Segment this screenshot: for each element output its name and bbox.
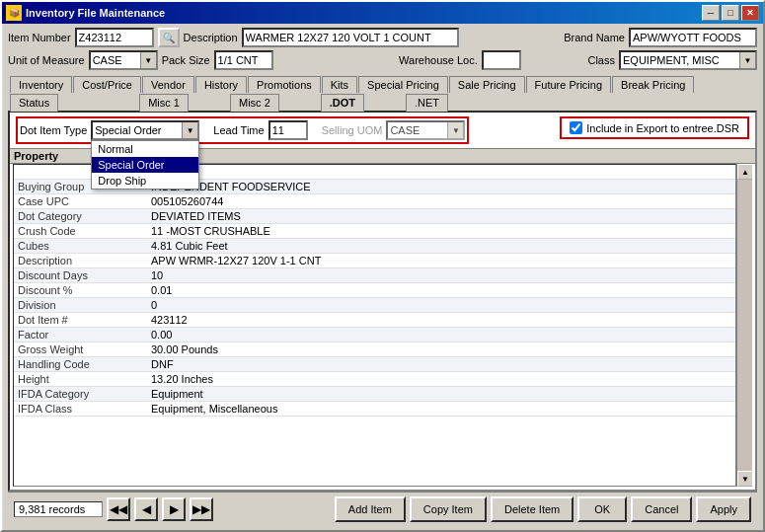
nav-first-btn[interactable]: ◀◀ xyxy=(107,497,130,521)
nav-next-btn[interactable]: ▶ xyxy=(162,497,186,521)
table-row: Discount %0.01 xyxy=(14,283,735,298)
tab-break-pricing[interactable]: Break Pricing xyxy=(612,76,694,93)
add-item-button[interactable]: Add Item xyxy=(335,496,406,522)
cell-property: Discount % xyxy=(14,283,147,298)
tab-cost-price[interactable]: Cost/Price xyxy=(73,76,141,93)
cell-property: IFDA Category xyxy=(14,387,147,402)
selling-uom-arrow[interactable]: ▼ xyxy=(447,122,463,138)
table-row: Dot CategoryDEVIATED ITEMS xyxy=(14,209,735,224)
class-value: EQUIPMENT, MISC xyxy=(621,54,739,66)
brand-name-label: Brand Name xyxy=(564,32,625,43)
cell-property: Cubes xyxy=(14,239,147,254)
description-input[interactable] xyxy=(242,28,459,47)
cell-value: Equipment, Miscellaneous xyxy=(147,402,735,417)
class-combo[interactable]: EQUIPMENT, MISC ▼ xyxy=(619,50,757,70)
cell-property: Height xyxy=(14,372,147,387)
tab-misc1[interactable]: Misc 1 xyxy=(139,94,189,112)
uom-combo[interactable]: CASE ▼ xyxy=(89,50,158,70)
cell-value: 005105260744 xyxy=(147,194,735,209)
tab-status[interactable]: Status xyxy=(10,94,58,112)
bottom-bar: 9,381 records ◀◀ ◀ ▶ ▶▶ Add Item Copy It… xyxy=(8,492,757,526)
tab-net[interactable]: .NET xyxy=(406,94,448,112)
item-number-input[interactable] xyxy=(75,28,154,47)
nav-last-btn[interactable]: ▶▶ xyxy=(190,497,213,521)
cell-value: 13.20 Inches xyxy=(147,372,735,387)
nav-prev-btn[interactable]: ◀ xyxy=(134,497,158,521)
scrollbar-track xyxy=(737,180,752,471)
cell-property: Dot Item # xyxy=(14,313,147,328)
table-row: Cubes4.81 Cubic Feet xyxy=(14,239,735,254)
cell-value: 423112 xyxy=(147,313,735,328)
tab-vendor[interactable]: Vendor xyxy=(142,76,194,93)
tab-kits[interactable]: Kits xyxy=(322,76,357,93)
cell-value: INDEPENDENT FOODSERVICE xyxy=(147,180,735,194)
main-window: 📦 Inventory File Maintenance ─ □ ✕ Item … xyxy=(0,0,765,532)
export-checkbox-section: Include in Export to entree.DSR xyxy=(560,116,749,139)
uom-value: CASE xyxy=(91,54,140,66)
search-button[interactable]: 🔍 xyxy=(158,28,180,47)
cell-value: 10 xyxy=(147,268,735,283)
pack-size-input[interactable] xyxy=(214,50,273,70)
dropdown-option-special-order[interactable]: Special Order xyxy=(92,157,198,173)
cell-property: Gross Weight xyxy=(14,342,147,357)
dot-section: Dot Item Type Special Order ▼ Normal Spe… xyxy=(10,113,755,148)
cell-value: 4.81 Cubic Feet xyxy=(147,239,735,254)
tab-sale-pricing[interactable]: Sale Pricing xyxy=(449,76,525,93)
tab-inventory[interactable]: Inventory xyxy=(10,76,72,93)
table-row: Division0 xyxy=(14,298,735,313)
tab-misc2[interactable]: Misc 2 xyxy=(230,94,279,112)
dropdown-option-drop-ship[interactable]: Drop Ship xyxy=(92,173,198,189)
copy-item-button[interactable]: Copy Item xyxy=(410,496,487,522)
window-content: Item Number 🔍 Description Brand Name Uni… xyxy=(2,24,763,530)
delete-item-button[interactable]: Delete Item xyxy=(491,496,574,522)
uom-label: Unit of Measure xyxy=(8,54,85,66)
records-display: 9,381 records xyxy=(14,501,103,517)
dot-item-type-combo[interactable]: Special Order ▼ xyxy=(91,120,199,140)
cell-property: Crush Code xyxy=(14,224,147,239)
dot-item-type-dropdown: Normal Special Order Drop Ship xyxy=(91,140,199,190)
selling-uom-label: Selling UOM xyxy=(322,124,383,136)
table-row: IFDA ClassEquipment, Miscellaneous xyxy=(14,402,735,417)
grid-table: 11Buying GroupINDEPENDENT FOODSERVICECas… xyxy=(14,165,735,417)
maximize-button[interactable]: □ xyxy=(722,5,739,21)
brand-name-input[interactable] xyxy=(629,28,757,47)
cell-value: 0 xyxy=(147,298,735,313)
pack-size-label: Pack Size xyxy=(162,54,210,66)
tab-history[interactable]: History xyxy=(195,76,247,93)
tab-future-pricing[interactable]: Future Pricing xyxy=(526,76,611,93)
table-row: Height13.20 Inches xyxy=(14,372,735,387)
cell-property: Description xyxy=(14,254,147,268)
item-number-label: Item Number xyxy=(8,32,71,43)
lead-time-label: Lead Time xyxy=(213,124,264,136)
apply-button[interactable]: Apply xyxy=(696,496,751,522)
cell-value: Equipment xyxy=(147,387,735,402)
cell-value: 11 -MOST CRUSHABLE xyxy=(147,224,735,239)
warehouse-loc-label: Warehouse Loc. xyxy=(399,54,478,66)
lead-time-input[interactable] xyxy=(268,120,308,140)
scroll-up-btn[interactable]: ▲ xyxy=(737,164,752,180)
cell-value: DNF xyxy=(147,357,735,372)
class-arrow[interactable]: ▼ xyxy=(739,52,755,68)
window-title: Inventory File Maintenance xyxy=(26,7,165,19)
selling-uom-combo[interactable]: CASE ▼ xyxy=(386,120,465,140)
tab-special-pricing[interactable]: Special Pricing xyxy=(358,76,448,93)
minimize-button[interactable]: ─ xyxy=(702,5,720,21)
export-checkbox[interactable] xyxy=(570,121,582,134)
uom-arrow[interactable]: ▼ xyxy=(140,52,156,68)
dropdown-option-normal[interactable]: Normal xyxy=(92,141,198,157)
records-count: 9,381 records xyxy=(19,503,85,515)
table-row: Handling CodeDNF xyxy=(14,357,735,372)
scroll-down-btn[interactable]: ▼ xyxy=(737,471,752,487)
close-button[interactable]: ✕ xyxy=(741,5,759,21)
cell-property: IFDA Class xyxy=(14,402,147,417)
data-grid[interactable]: 11Buying GroupINDEPENDENT FOODSERVICECas… xyxy=(13,164,736,487)
table-row: Gross Weight30.00 Pounds xyxy=(14,342,735,357)
tab-promotions[interactable]: Promotions xyxy=(248,76,321,93)
tab-dot[interactable]: .DOT xyxy=(321,94,364,112)
ok-button[interactable]: OK xyxy=(577,496,627,522)
cancel-button[interactable]: Cancel xyxy=(631,496,692,522)
warehouse-loc-input[interactable] xyxy=(482,50,521,70)
cell-property: Case UPC xyxy=(14,194,147,209)
dot-item-type-arrow[interactable]: ▼ xyxy=(182,122,197,138)
cell-value: 30.00 Pounds xyxy=(147,342,735,357)
